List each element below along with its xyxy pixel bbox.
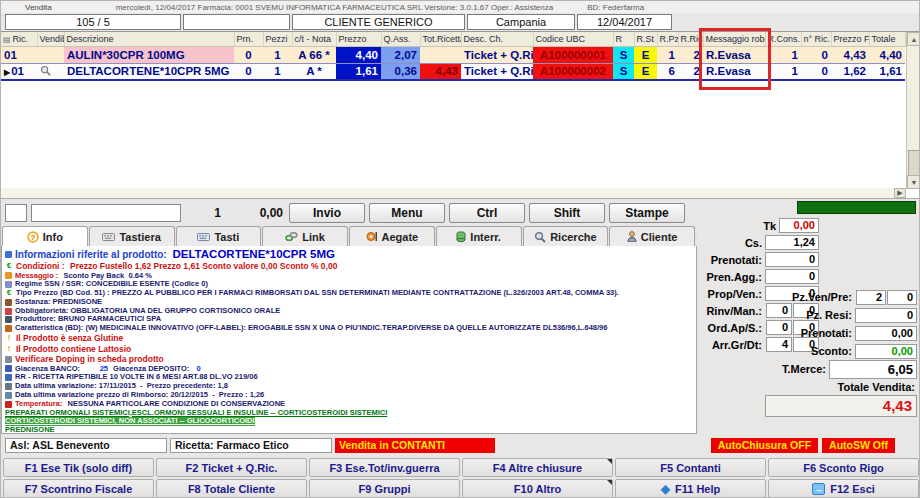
cell-prn[interactable]: 0 [234, 63, 263, 80]
scroll-down-icon[interactable]: ▼ [907, 175, 920, 189]
column-header-n-ric[interactable]: n° Ric. [801, 32, 831, 46]
asl-field[interactable]: Asl: ASL Benevento [5, 438, 167, 453]
cell-prezzo-f[interactable]: 4,43 [831, 46, 869, 63]
cell-totale[interactable]: 4,40 [869, 46, 905, 63]
cell-n-ric[interactable]: 0 [801, 63, 831, 80]
column-header-ric[interactable]: ▤Ric. [1, 32, 37, 46]
cell-r[interactable]: S [613, 46, 634, 63]
tab-info[interactable]: ?Info [2, 226, 88, 246]
f6-sconto-rigo-button[interactable]: F6 Sconto Rigo [768, 458, 919, 477]
cell-vendibilit[interactable] [37, 46, 64, 63]
cell-pezzi[interactable]: 1 [263, 63, 292, 80]
cell-r[interactable]: S [613, 63, 634, 80]
column-header-r-rich[interactable]: R.Rich. [678, 32, 703, 46]
autosw-toggle[interactable]: AutoSW Off [822, 438, 895, 453]
table-row[interactable]: 01AULIN*30CPR 100MG01A 66 *4,402,07Ticke… [1, 46, 905, 63]
invio-button[interactable]: Invio [289, 203, 365, 223]
f4-altre-chiusure-button[interactable]: F4 Altre chiusure [462, 458, 613, 477]
column-header-pezzi[interactable]: Pezzi [263, 32, 292, 46]
info-text[interactable]: PREDNISONE [5, 426, 55, 434]
tab-tastiera[interactable]: Tastiera [89, 226, 175, 246]
cell-totale[interactable]: 1,61 [869, 63, 905, 80]
column-header-codice-ubc[interactable]: Codice UBC [533, 32, 613, 46]
tab-tasti[interactable]: Tasti [176, 226, 262, 246]
cell-prezzo[interactable]: 1,61 [336, 63, 381, 80]
f2-ticket-q-ric-button[interactable]: F2 Ticket + Q.Ric. [156, 458, 307, 477]
cell-c-t-nota[interactable]: A 66 * [292, 46, 336, 63]
tab-cliente[interactable]: Cliente [609, 226, 695, 246]
f12-esci-button[interactable]: →F12 Esci [768, 479, 919, 498]
cell-desc-ch[interactable]: Ticket + Q.Ric. [461, 46, 533, 63]
ricetta-field[interactable]: Ricetta: Farmaco Etico [170, 438, 332, 453]
cell-q-ass[interactable]: 2,07 [381, 46, 420, 63]
stampe-button[interactable]: Stampe [609, 203, 685, 223]
column-header-q-ass[interactable]: Q.Ass. [381, 32, 420, 46]
f9-gruppi-button[interactable]: F9 Gruppi [309, 479, 460, 498]
f8-totale-cliente-button[interactable]: F8 Totale Cliente [156, 479, 307, 498]
cell-r-st[interactable]: E [634, 63, 657, 80]
cell-n-ric[interactable]: 0 [801, 46, 831, 63]
cell-r-cons[interactable]: 1 [765, 63, 801, 80]
f10-altro-button[interactable]: F10 Altro [462, 479, 613, 498]
cell-r-st[interactable]: E [634, 46, 657, 63]
cell-ric[interactable]: ▶01 [1, 63, 37, 80]
f1-ese-tik-solo-diff-button[interactable]: F1 Ese Tik (solo diff) [3, 458, 154, 477]
f5-contanti-button[interactable]: F5 Contanti [615, 458, 766, 477]
column-header-r-st[interactable]: R.St [634, 32, 657, 46]
info-line[interactable]: PREPARATI ORMONALI SISTEMICI,ESCL.ORMONI… [5, 409, 693, 418]
scroll-up-icon[interactable]: ▲ [907, 32, 920, 46]
f7-scontrino-fiscale-button[interactable]: F7 Scontrino Fiscale [3, 479, 154, 498]
column-header-r-pz[interactable]: R.Pz [657, 32, 678, 46]
cell-descrizione[interactable]: DELTACORTENE*10CPR 5MG [64, 63, 234, 80]
column-header-prezzo[interactable]: Prezzo [336, 32, 381, 46]
ctrl-button[interactable]: Ctrl [449, 203, 525, 223]
cell-messaggio-robot[interactable]: R.Evasa [703, 63, 765, 80]
scroll-right-icon[interactable]: ▶ [894, 188, 906, 198]
command-flag-box[interactable] [5, 204, 27, 222]
cell-r-pz[interactable]: 1 [657, 46, 678, 63]
cell-prn[interactable]: 0 [234, 46, 263, 63]
column-header-tot-ricetta[interactable]: Tot.Ricetta [420, 32, 461, 46]
cell-pezzi[interactable]: 1 [263, 46, 292, 63]
cell-prezzo-f[interactable]: 1,62 [831, 63, 869, 80]
table-row[interactable]: ▶01DELTACORTENE*10CPR 5MG01A *1,610,364,… [1, 63, 905, 80]
cell-r-pz[interactable]: 6 [657, 63, 678, 80]
cell-r-rich[interactable]: 2 [678, 63, 703, 80]
shift-button[interactable]: Shift [529, 203, 605, 223]
cell-r-cons[interactable]: 1 [765, 46, 801, 63]
column-header-prn[interactable]: Prn. [234, 32, 263, 46]
f11-help-button[interactable]: ◆F11 Help [615, 479, 766, 498]
scrollbar-thumb[interactable] [908, 150, 920, 176]
column-header-prezzo-f[interactable]: Prezzo F. [831, 32, 869, 46]
tab-aegate[interactable]: Aegate [349, 226, 435, 246]
cell-prezzo[interactable]: 4,40 [336, 46, 381, 63]
cell-tot-ricetta[interactable] [420, 46, 461, 63]
cell-r-rich[interactable]: 2 [678, 46, 703, 63]
column-header-r-cons[interactable]: R.Cons. [765, 32, 801, 46]
column-header-desc-ch[interactable]: Desc. Ch. [461, 32, 533, 46]
cell-q-ass[interactable]: 0,36 [381, 63, 420, 80]
menu-button[interactable]: Menu [369, 203, 445, 223]
column-header-totale[interactable]: Totale [869, 32, 905, 46]
magnifier-icon[interactable] [40, 65, 51, 78]
cell-ric[interactable]: 01 [1, 46, 37, 63]
column-header-descrizione[interactable]: Descrizione [64, 32, 234, 46]
info-line[interactable]: PREDNISONE [5, 426, 693, 434]
cell-codice-ubc[interactable]: A100000001 [533, 46, 613, 63]
column-header-messaggio-robot[interactable]: Messaggio robot [703, 32, 765, 46]
tab-interr[interactable]: Interr. [436, 226, 522, 246]
f3-ese-tot-inv-guerra-button[interactable]: F3 Ese.Tot/inv.guerra [309, 458, 460, 477]
info-text[interactable]: CORTICOSTEROIDI SISTEMICI, NON ASSOCIATI… [5, 417, 255, 426]
column-header-r[interactable]: R [613, 32, 634, 46]
grid-vertical-scrollbar[interactable]: ▲ ▼ [906, 32, 920, 189]
cell-c-t-nota[interactable]: A * [292, 63, 336, 80]
info-line[interactable]: CORTICOSTEROIDI SISTEMICI, NON ASSOCIATI… [5, 417, 693, 426]
column-header-vendibilit[interactable]: Vendibilità [37, 32, 64, 46]
cell-descrizione[interactable]: AULIN*30CPR 100MG [64, 46, 234, 63]
cell-tot-ricetta[interactable]: 4,43 [420, 63, 461, 80]
cell-codice-ubc[interactable]: A100000002 [533, 63, 613, 80]
autochiusura-toggle[interactable]: AutoChiusura OFF [711, 438, 818, 453]
grid-horizontal-scrollbar[interactable]: ▶ [1, 188, 906, 198]
cell-messaggio-robot[interactable]: R.Evasa [703, 46, 765, 63]
cell-vendibilit[interactable] [37, 63, 64, 80]
